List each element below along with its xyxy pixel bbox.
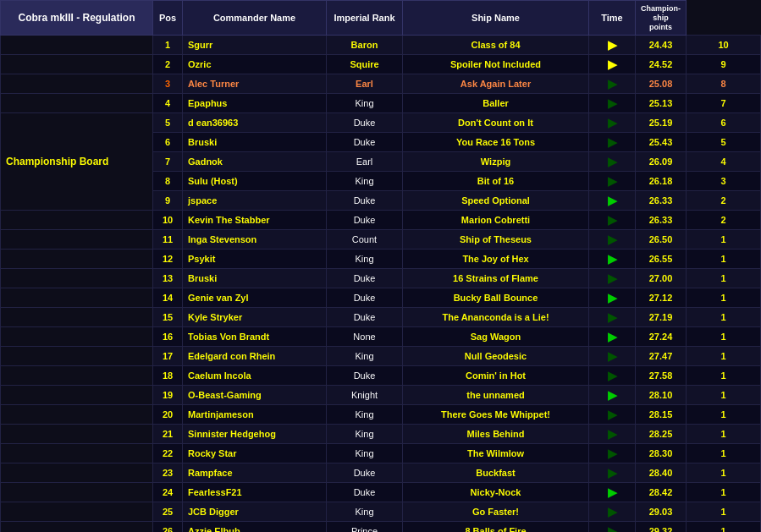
championship-board-label: Championship Board xyxy=(1,113,153,211)
imperial-rank: None xyxy=(327,327,403,347)
commander-name: Kyle Stryker xyxy=(183,308,327,327)
imperial-rank: Duke xyxy=(327,483,403,502)
commander-name: Azzie Elbub xyxy=(183,522,327,532)
table-row: 4 Epaphus King Baller ▶ 25.13 7 xyxy=(1,94,761,113)
championship-points: 1 xyxy=(687,463,761,483)
time-value: 29.32 xyxy=(636,522,687,532)
ship-name: Class of 84 xyxy=(403,36,589,55)
ship-name: The Ananconda is a Lie! xyxy=(403,308,589,327)
ship-name: Don't Count on It xyxy=(403,113,589,133)
time-value: 28.30 xyxy=(636,444,687,463)
time-value: 26.33 xyxy=(636,211,687,230)
empty-cell xyxy=(1,308,153,327)
flag-icon: ▶ xyxy=(589,133,636,152)
commander-name: jspace xyxy=(183,191,327,211)
championship-points: 5 xyxy=(687,133,761,152)
position: 17 xyxy=(153,347,183,366)
ship-name: The Wilmlow xyxy=(403,444,589,463)
ship-name: Go Faster! xyxy=(403,502,589,522)
championship-points: 10 xyxy=(687,36,761,55)
commander-name: Edelgard con Rhein xyxy=(183,347,327,366)
ship-name: Marion Cobretti xyxy=(403,211,589,230)
ship-name: Wizpig xyxy=(403,152,589,172)
championship-points: 6 xyxy=(687,113,761,133)
time-value: 25.13 xyxy=(636,94,687,113)
flag-icon: ▶ xyxy=(589,288,636,308)
flag-icon: ▶ xyxy=(589,463,636,483)
championship-points: 1 xyxy=(687,250,761,269)
table-row: 19 O-Beast-Gaming Knight the unnamed ▶ 2… xyxy=(1,386,761,405)
flag-icon: ▶ xyxy=(589,269,636,288)
table-row: Championship Board 5 d ean36963 Duke Don… xyxy=(1,113,761,133)
flag-icon: ▶ xyxy=(589,250,636,269)
position: 9 xyxy=(153,191,183,211)
ship-name: Ask Again Later xyxy=(403,74,589,94)
ship-name: 8 Balls of Fire xyxy=(403,522,589,532)
empty-cell xyxy=(1,502,153,522)
championship-points: 2 xyxy=(687,211,761,230)
time-value: 26.33 xyxy=(636,191,687,211)
ship-name: Spoiler Not Included xyxy=(403,55,589,74)
table-row: 25 JCB Digger King Go Faster! ▶ 29.03 1 xyxy=(1,502,761,522)
empty-cell xyxy=(1,74,153,94)
position: 12 xyxy=(153,250,183,269)
commander-name: Gadnok xyxy=(183,152,327,172)
championship-points: 1 xyxy=(687,444,761,463)
time-value: 27.24 xyxy=(636,327,687,347)
position: 7 xyxy=(153,152,183,172)
commander-name: Genie van Zyl xyxy=(183,288,327,308)
champ-header: Champion-ship points xyxy=(636,1,687,36)
commander-name: Rocky Star xyxy=(183,444,327,463)
time-value: 28.25 xyxy=(636,425,687,444)
table-row: 12 Psykit King The Joy of Hex ▶ 26.55 1 xyxy=(1,250,761,269)
pos-header: Pos xyxy=(153,1,183,36)
ship-name: Null Geodesic xyxy=(403,347,589,366)
table-row: 26 Azzie Elbub Prince 8 Balls of Fire ▶ … xyxy=(1,522,761,532)
position: 20 xyxy=(153,405,183,425)
flag-icon: ▶ xyxy=(589,113,636,133)
commander-name: Tobias Von Brandt xyxy=(183,327,327,347)
flag-icon: ▶ xyxy=(589,191,636,211)
table-row: 2 Ozric Squire Spoiler Not Included ▶ 24… xyxy=(1,55,761,74)
empty-cell xyxy=(1,36,153,55)
commander-name: Bruski xyxy=(183,269,327,288)
commander-name: JCB Digger xyxy=(183,502,327,522)
championship-points: 1 xyxy=(687,327,761,347)
table-row: 15 Kyle Stryker Duke The Ananconda is a … xyxy=(1,308,761,327)
championship-points: 1 xyxy=(687,483,761,502)
ship-name: Nicky-Nock xyxy=(403,483,589,502)
position: 26 xyxy=(153,522,183,532)
table-row: 13 Bruski Duke 16 Strains of Flame ▶ 27.… xyxy=(1,269,761,288)
flag-icon: ▶ xyxy=(589,405,636,425)
table-row: 22 Rocky Star King The Wilmlow ▶ 28.30 1 xyxy=(1,444,761,463)
championship-points: 4 xyxy=(687,152,761,172)
table-row: 14 Genie van Zyl Duke Bucky Ball Bounce … xyxy=(1,288,761,308)
table-row: 23 Rampface Duke Buckfast ▶ 28.40 1 xyxy=(1,463,761,483)
championship-points: 8 xyxy=(687,74,761,94)
table-row: 24 FearlessF21 Duke Nicky-Nock ▶ 28.42 1 xyxy=(1,483,761,502)
imperial-rank: King xyxy=(327,347,403,366)
championship-points: 1 xyxy=(687,502,761,522)
position: 16 xyxy=(153,327,183,347)
empty-cell xyxy=(1,269,153,288)
empty-cell xyxy=(1,386,153,405)
imperial-rank: Knight xyxy=(327,386,403,405)
table-row: 18 Caelum Incola Duke Comin' in Hot ▶ 27… xyxy=(1,366,761,386)
position: 23 xyxy=(153,463,183,483)
time-value: 29.03 xyxy=(636,502,687,522)
flag-icon: ▶ xyxy=(589,36,636,55)
time-value: 25.08 xyxy=(636,74,687,94)
flag-icon: ▶ xyxy=(589,483,636,502)
position: 6 xyxy=(153,133,183,152)
commander-name: Inga Stevenson xyxy=(183,230,327,250)
imperial-rank: Baron xyxy=(327,36,403,55)
position: 11 xyxy=(153,230,183,250)
table-row: 3 Alec Turner Earl Ask Again Later ▶ 25.… xyxy=(1,74,761,94)
ship-name: Baller xyxy=(403,94,589,113)
ship-name: Comin' in Hot xyxy=(403,366,589,386)
table-title: Cobra mkIII - Regulation xyxy=(1,1,153,36)
table-row: 21 Sinnister Hedgehog King Miles Behind … xyxy=(1,425,761,444)
commander-name: d ean36963 xyxy=(183,113,327,133)
time-value: 28.15 xyxy=(636,405,687,425)
ship-name: Sag Wagon xyxy=(403,327,589,347)
